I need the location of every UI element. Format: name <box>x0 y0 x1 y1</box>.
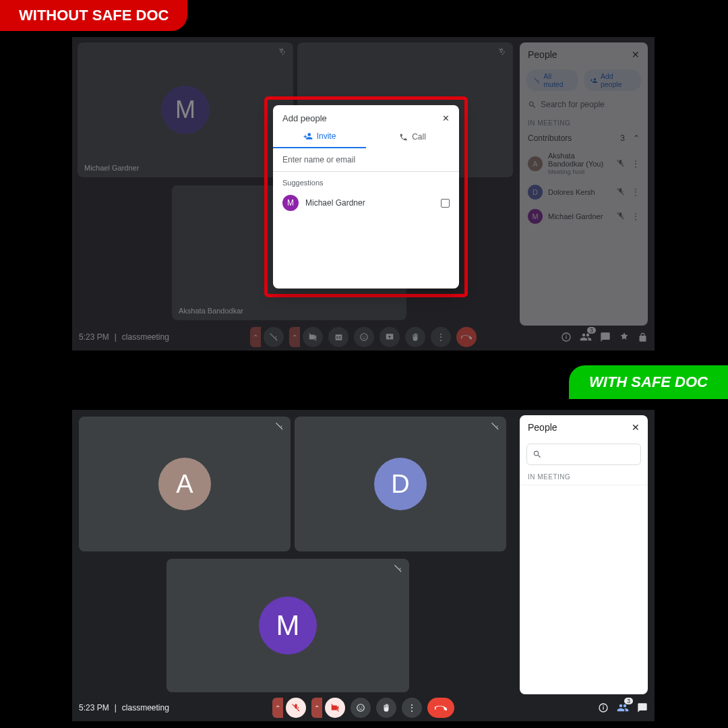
dialog-title: Add people <box>282 113 327 123</box>
person-add-icon <box>303 131 313 141</box>
meet-with-safedoc: A D M People ✕ IN MEETING <box>72 410 655 721</box>
activities-icon[interactable] <box>619 332 630 342</box>
mic-off-icon <box>394 564 402 573</box>
info-icon[interactable] <box>598 702 609 713</box>
panel-title: People <box>528 422 557 433</box>
lock-icon[interactable] <box>638 332 648 342</box>
mic-off-icon[interactable] <box>616 187 625 197</box>
chat-icon[interactable] <box>637 702 648 713</box>
mic-off-icon[interactable] <box>616 159 625 169</box>
add-people-chip[interactable]: Add people <box>584 69 641 91</box>
phone-icon <box>399 133 408 142</box>
close-icon[interactable]: ✕ <box>442 113 450 123</box>
suggestion-row[interactable]: M Michael Gardner <box>273 191 459 215</box>
participant-name: Michael Gardner <box>84 164 139 172</box>
search-people[interactable]: Search for people <box>526 98 641 111</box>
list-item[interactable]: A Akshata Bandodkar (You)Meeting host ⋮ <box>520 147 648 180</box>
panel-title: People <box>528 49 557 60</box>
captions-button[interactable] <box>328 327 348 347</box>
svg-point-0 <box>361 334 368 341</box>
mic-button[interactable] <box>286 698 306 718</box>
divider: | <box>115 703 117 712</box>
info-icon[interactable] <box>561 332 572 342</box>
participant-name: Akshata Bandodkar <box>179 307 243 315</box>
name-email-input[interactable]: Enter name or email <box>273 148 459 172</box>
contributors-row[interactable]: Contributors 3 ⌃ <box>520 129 648 147</box>
tab-call[interactable]: Call <box>366 126 459 148</box>
meet-without-safedoc: M Michael Gardner Akshata Bandodkar Add … <box>72 37 655 351</box>
people-count-badge: 3 <box>587 327 596 334</box>
chip-label: All muted <box>543 72 571 88</box>
search-placeholder: Search for people <box>541 100 605 109</box>
participant-tile[interactable]: M <box>166 559 409 692</box>
people-count-badge: 3 <box>624 698 633 704</box>
present-button[interactable] <box>380 327 400 347</box>
more-button[interactable]: ⋮ <box>431 327 451 347</box>
svg-rect-4 <box>566 336 566 339</box>
svg-point-7 <box>359 706 360 707</box>
avatar: M <box>259 597 317 655</box>
end-call-button[interactable] <box>456 327 477 347</box>
camera-button[interactable] <box>325 698 345 718</box>
mic-options-caret[interactable]: ⌃ <box>250 327 261 347</box>
all-muted-chip[interactable]: All muted <box>526 69 578 91</box>
more-icon[interactable]: ⋮ <box>632 159 640 169</box>
search-icon <box>528 100 537 109</box>
tab-call-label: Call <box>412 132 426 142</box>
list-item[interactable]: M Michael Gardner ⋮ <box>520 204 648 229</box>
highlight-box: Add people ✕ Invite Call Enter name or e… <box>264 96 468 297</box>
close-icon[interactable]: ✕ <box>632 422 640 433</box>
search-people[interactable] <box>526 444 641 465</box>
close-icon[interactable]: ✕ <box>632 49 640 60</box>
more-button[interactable]: ⋮ <box>402 698 422 718</box>
cam-options-caret[interactable]: ⌃ <box>289 327 300 347</box>
chevron-up-icon: ⌃ <box>633 133 640 143</box>
emoji-button[interactable] <box>354 327 374 347</box>
contributors-label: Contributors <box>528 133 572 143</box>
bottom-bar: 5:23 PM | classmeeting ⌃ ⌃ ⋮ 3 <box>72 694 655 721</box>
avatar: D <box>374 458 427 510</box>
participant-tile[interactable]: D <box>295 417 506 551</box>
participant-tile[interactable]: M Michael Gardner <box>78 42 293 177</box>
bottom-bar: 5:23 PM | classmeeting ⌃ ⌃ ⋮ 3 <box>72 324 655 351</box>
avatar: M <box>161 86 210 134</box>
tab-invite[interactable]: Invite <box>273 126 366 148</box>
mic-off-icon <box>275 422 284 431</box>
people-icon[interactable]: 3 <box>617 702 629 714</box>
mic-off-icon[interactable] <box>616 212 625 221</box>
more-icon[interactable]: ⋮ <box>632 187 640 197</box>
suggestion-checkbox[interactable] <box>441 199 450 208</box>
mic-off-icon <box>498 48 506 56</box>
mic-button[interactable] <box>264 327 284 347</box>
meeting-name: classmeeting <box>122 332 169 342</box>
people-panel: People ✕ All muted Add people Search for… <box>520 42 648 326</box>
more-icon[interactable]: ⋮ <box>632 212 640 221</box>
search-icon <box>533 450 542 459</box>
end-call-button[interactable] <box>427 698 454 718</box>
raise-hand-button[interactable] <box>405 327 425 347</box>
suggestion-name: Michael Gardner <box>305 198 365 208</box>
in-meeting-label: IN MEETING <box>520 117 648 129</box>
without-safe-doc-badge: WITHOUT SAFE DOC <box>0 0 187 31</box>
mic-options-caret[interactable]: ⌃ <box>272 698 283 718</box>
camera-button[interactable] <box>303 327 323 347</box>
chat-icon[interactable] <box>600 332 611 342</box>
svg-point-8 <box>361 706 362 707</box>
mic-off-icon <box>278 48 286 56</box>
list-item[interactable]: D Dolores Kersh ⋮ <box>520 180 648 204</box>
avatar: M <box>528 209 543 224</box>
emoji-button[interactable] <box>351 698 371 718</box>
svg-point-1 <box>363 336 363 336</box>
raise-hand-button[interactable] <box>376 698 396 718</box>
svg-point-2 <box>365 336 365 336</box>
people-icon[interactable]: 3 <box>580 331 592 343</box>
avatar: M <box>282 195 299 211</box>
contributors-count: 3 <box>620 133 625 143</box>
person-name: Dolores Kersh <box>548 188 611 196</box>
divider: | <box>115 332 117 342</box>
dialog-tabs: Invite Call <box>273 126 459 148</box>
person-name: Michael Gardner <box>548 212 611 220</box>
person-subtitle: Meeting host <box>548 168 611 175</box>
cam-options-caret[interactable]: ⌃ <box>311 698 322 718</box>
participant-tile[interactable]: A <box>79 417 291 551</box>
